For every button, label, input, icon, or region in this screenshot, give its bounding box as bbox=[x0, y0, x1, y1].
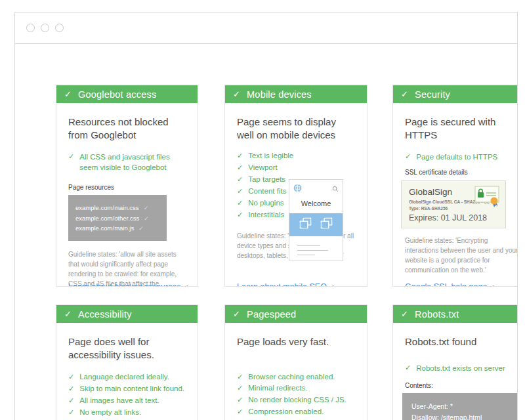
card-accessibility: Accessibility Page does well for accessi… bbox=[56, 304, 198, 420]
robots-line: Disallow: /sitemap.html bbox=[411, 412, 515, 420]
check-icon bbox=[237, 151, 243, 161]
check-item: No render blocking CSS / JS. bbox=[237, 395, 355, 405]
ssl-certificate-box: GlobalSign GlobalSign CloudSSL CA - SHA2… bbox=[401, 180, 506, 228]
google-ssl-help-link[interactable]: Google SSL help page bbox=[405, 282, 495, 287]
check-icon bbox=[237, 372, 243, 382]
card-title: Page seems to display well on mobile dev… bbox=[237, 116, 355, 141]
check-icon bbox=[68, 408, 74, 417]
card-header-robots: Robots.txt bbox=[393, 305, 518, 323]
resource-row: example.com/main.js bbox=[75, 223, 159, 233]
chevron-right-icon bbox=[186, 282, 189, 287]
robots-contents-box: User-Agent: * Disallow: /sitemap.html Di… bbox=[402, 393, 518, 420]
check-item: All images have alt text. bbox=[68, 396, 186, 406]
check-icon bbox=[237, 186, 243, 196]
page-resources-box: example.com/main.css example.com/other.c… bbox=[68, 195, 167, 241]
resource-row: example.com/main.css bbox=[75, 203, 159, 213]
check-icon bbox=[237, 210, 243, 220]
globe-icon bbox=[293, 183, 302, 195]
card-header-mobile: Mobile devices bbox=[225, 85, 367, 103]
card-title: Page does well for accessibility issues. bbox=[68, 335, 186, 361]
card-header-googlebot: Googlebot access bbox=[56, 85, 198, 103]
page-resources-label: Page resources bbox=[68, 184, 186, 191]
card-header-label: Accessibility bbox=[78, 309, 132, 320]
card-header-accessibility: Accessibility bbox=[56, 305, 198, 323]
passed-check: Page defaults to HTTPS bbox=[405, 152, 518, 162]
pagespeed-checklist: Browser caching enabled. Minimal redirec… bbox=[237, 372, 355, 420]
check-item: Text is legible bbox=[237, 151, 355, 161]
chevron-right-icon bbox=[492, 282, 495, 287]
check-icon bbox=[237, 163, 243, 173]
check-icon bbox=[233, 89, 240, 99]
check-icon bbox=[144, 205, 149, 211]
window-button-2[interactable] bbox=[41, 24, 49, 32]
ssl-expiry: Expires: 01 JUL 2018 bbox=[409, 213, 498, 222]
card-header-label: Security bbox=[415, 89, 450, 100]
browser-window: Googlebot access Resources not blocked f… bbox=[14, 12, 518, 420]
check-label: All CSS and javascript files seem visibl… bbox=[79, 152, 186, 173]
check-icon bbox=[237, 383, 243, 393]
check-item: No empty alt links. bbox=[68, 408, 186, 417]
check-label: Robots.txt exists on server bbox=[416, 363, 505, 373]
card-header-label: Googlebot access bbox=[78, 89, 156, 100]
mobile-preview-mockup: Welcome bbox=[289, 179, 343, 261]
card-googlebot-access: Googlebot access Resources not blocked f… bbox=[56, 85, 198, 287]
check-icon bbox=[68, 152, 74, 173]
passed-check: All CSS and javascript files seem visibl… bbox=[68, 152, 186, 173]
check-icon bbox=[401, 89, 408, 99]
check-icon bbox=[144, 215, 149, 222]
check-item: Browser caching enabled. bbox=[237, 372, 355, 382]
card-title: Page is secured with HTTPS bbox=[405, 116, 510, 141]
guideline-text: Guideline states: 'Encrypting interactio… bbox=[405, 236, 518, 275]
card-title: Resources not blocked from Googlebot bbox=[68, 116, 186, 141]
card-header-security: Security bbox=[393, 85, 518, 103]
card-header-pagespeed: Pagespeed bbox=[225, 305, 367, 323]
check-icon bbox=[237, 407, 243, 417]
accessibility-checklist: Language declared ideally. Skip to main … bbox=[68, 372, 186, 417]
passed-check: Robots.txt exists on server bbox=[405, 363, 518, 373]
check-icon bbox=[233, 309, 240, 319]
learn-mobile-seo-link[interactable]: Learn about mobile SEO bbox=[237, 282, 335, 287]
check-icon bbox=[237, 395, 243, 405]
phone-text-placeholder bbox=[289, 236, 343, 255]
check-icon bbox=[64, 309, 72, 319]
window-button-3[interactable] bbox=[55, 24, 64, 32]
check-icon bbox=[237, 175, 243, 184]
check-item: Minimal redirects. bbox=[237, 383, 355, 393]
card-security: Security Page is secured with HTTPS Page… bbox=[392, 85, 518, 287]
window-button-1[interactable] bbox=[26, 24, 35, 32]
card-title: Robots.txt found bbox=[405, 335, 518, 348]
certificate-icon bbox=[474, 186, 501, 211]
card-header-label: Pagespeed bbox=[247, 309, 296, 320]
check-icon bbox=[138, 225, 144, 232]
check-icon bbox=[401, 309, 408, 319]
check-icon bbox=[68, 384, 74, 394]
phone-welcome-text: Welcome bbox=[289, 200, 343, 207]
card-title: Page loads very fast. bbox=[237, 335, 355, 348]
check-item: Viewport bbox=[237, 163, 355, 173]
check-item: Skip to main content link found. bbox=[68, 384, 186, 394]
check-item: Compression enabled. bbox=[237, 407, 355, 417]
ssl-details-label: SSL certificate details bbox=[405, 169, 518, 176]
check-icon bbox=[405, 363, 411, 373]
contents-label: Contents: bbox=[405, 382, 518, 389]
chevron-right-icon bbox=[332, 282, 335, 287]
check-label: Page defaults to HTTPS bbox=[416, 152, 497, 162]
images-icon bbox=[299, 217, 312, 232]
check-icon bbox=[68, 396, 74, 406]
check-icon bbox=[405, 152, 411, 162]
robots-line: User-Agent: * bbox=[411, 401, 515, 412]
card-pagespeed: Pagespeed Page loads very fast. Browser … bbox=[224, 304, 368, 420]
resource-row: example.com/other.css bbox=[75, 213, 159, 223]
check-icon bbox=[64, 89, 72, 99]
search-icon bbox=[332, 183, 339, 195]
card-header-label: Mobile devices bbox=[247, 89, 312, 100]
card-robots: Robots.txt Robots.txt found Robots.txt e… bbox=[392, 304, 518, 420]
check-icon bbox=[237, 198, 243, 208]
images-icon bbox=[320, 217, 333, 232]
card-header-label: Robots.txt bbox=[415, 309, 459, 320]
card-mobile-devices: Mobile devices Page seems to display wel… bbox=[224, 85, 368, 287]
check-icon bbox=[68, 372, 74, 382]
check-item: Language declared ideally. bbox=[68, 372, 186, 382]
phone-image-band bbox=[289, 213, 343, 236]
learn-blocked-resources-link[interactable]: Learn about blocked resources bbox=[68, 282, 189, 287]
